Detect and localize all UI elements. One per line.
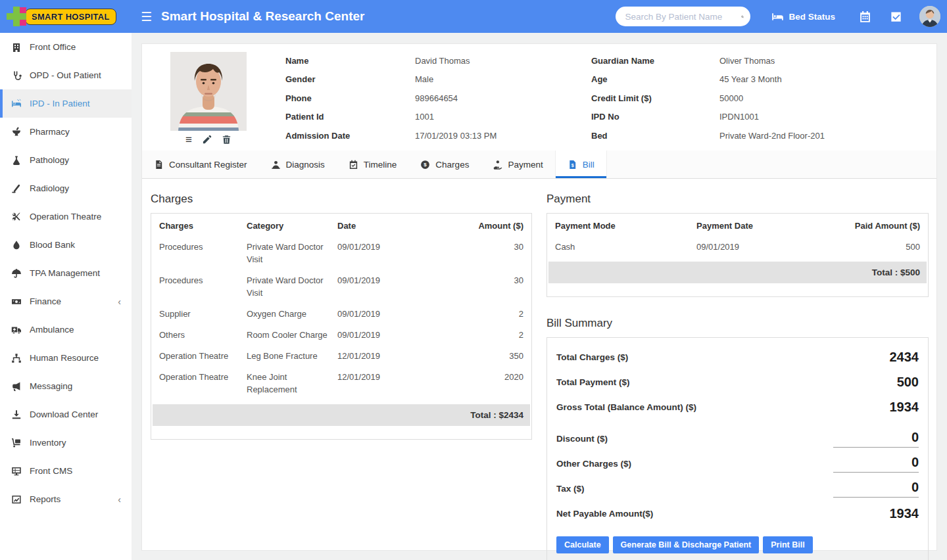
charges-table-header: Charges Category Date Amount ($) (151, 214, 531, 235)
tab-label: Charges (435, 160, 469, 170)
table-row: Supplier Oxygen Charge 09/01/2019 2 (151, 302, 531, 323)
field-value: 17/01/2019 03:13 PM (415, 131, 497, 141)
app-logo[interactable]: SMART HOSPITAL (0, 0, 132, 33)
sidebar-item-radiology[interactable]: Radiology (0, 174, 132, 202)
sidebar-item-ambulance[interactable]: Ambulance (0, 315, 132, 344)
tab-payment[interactable]: Payment (481, 151, 554, 178)
tab-bill[interactable]: $ Bill (555, 151, 607, 178)
tax-input[interactable]: 0 (833, 480, 919, 498)
download-icon (11, 409, 22, 420)
sidebar-item-opd[interactable]: OPD - Out Patient (0, 61, 132, 89)
summary-label: Tax ($) (556, 484, 833, 494)
edit-icon[interactable] (202, 135, 212, 145)
mortar-pestle-icon (11, 127, 22, 137)
dollar-circle-icon: $ (420, 160, 430, 170)
field-label: IPD No (591, 112, 719, 122)
cell-charge: Others (159, 329, 247, 341)
logo-text: SMART HOSPITAL (25, 9, 116, 25)
tab-consultant-register[interactable]: Consultant Register (142, 151, 259, 178)
sidebar-item-download-center[interactable]: Download Center (0, 400, 132, 429)
tasks-check-icon[interactable] (890, 11, 902, 23)
charges-title: Charges (151, 193, 532, 206)
cell-charge: Supplier (159, 308, 247, 320)
sidebar-item-human-resource[interactable]: Human Resource (0, 344, 132, 372)
patient-tabs: Consultant Register Diagnosis Timeline $… (142, 151, 936, 179)
cell-date: 09/01/2019 (696, 241, 815, 253)
monitor-icon (11, 466, 22, 477)
chevron-left-icon: ‹ (118, 494, 132, 505)
sidebar-item-front-cms[interactable]: Front CMS (0, 457, 132, 485)
cell-date: 12/01/2019 (337, 350, 416, 362)
sidebar-item-label: Ambulance (30, 325, 74, 335)
field-value: Oliver Thomas (719, 56, 775, 66)
tab-charges[interactable]: $ Charges (408, 151, 481, 178)
cell-date: 12/01/2019 (337, 371, 416, 396)
user-avatar[interactable] (919, 6, 940, 27)
search-input[interactable] (625, 12, 741, 22)
print-bill-button[interactable]: Print Bill (763, 536, 812, 553)
sidebar-item-label: Finance (30, 296, 61, 306)
bill-summary: Total Charges ($) 2434 Total Payment ($)… (546, 337, 929, 560)
tab-timeline[interactable]: Timeline (337, 151, 409, 178)
field-label: Gender (285, 74, 415, 84)
summary-label: Discount ($) (556, 434, 833, 444)
test-tube-icon (11, 183, 22, 194)
tab-diagnosis[interactable]: Diagnosis (259, 151, 337, 178)
sidebar-item-ipd[interactable]: IPD - In Patient (0, 89, 132, 118)
summary-label: Total Charges ($) (556, 352, 890, 362)
column-header: Amount ($) (416, 221, 523, 231)
field-value: IPDN1001 (719, 112, 759, 122)
top-header: SMART HOSPITAL ☰ Smart Hospital & Resear… (0, 0, 947, 33)
sidebar-item-pathology[interactable]: Pathology (0, 146, 132, 174)
tab-label: Bill (583, 160, 595, 170)
sidebar-item-pharmacy[interactable]: Pharmacy (0, 118, 132, 146)
calendar-icon[interactable] (859, 11, 871, 23)
cell-amount: 350 (416, 350, 523, 362)
field-label: Patient Id (285, 112, 415, 122)
sidebar-item-label: Pharmacy (30, 127, 70, 137)
bed-status-label: Bed Status (789, 12, 835, 22)
calculate-button[interactable]: Calculate (556, 536, 609, 553)
sidebar-item-label: Radiology (30, 183, 69, 193)
sidebar-item-tpa-management[interactable]: TPA Management (0, 259, 132, 287)
bed-icon (771, 11, 784, 23)
cell-charge: Procedures (159, 241, 247, 266)
payment-table: Payment Mode Payment Date Paid Amount ($… (546, 213, 929, 297)
sidebar-item-inventory[interactable]: Inventory (0, 429, 132, 457)
sidebar-item-label: Pathology (30, 155, 69, 165)
sidebar-item-label: Front Office (30, 42, 76, 52)
cell-category: Private Ward Doctor Visit (247, 241, 337, 266)
sidebar-item-reports[interactable]: Reports ‹ (0, 485, 132, 513)
summary-value: 2434 (890, 350, 919, 365)
field-label: Bed (591, 131, 719, 141)
summary-row: Net Payable Amount($) 1934 (556, 501, 919, 526)
cell-amount: 30 (416, 274, 523, 299)
field-label: Name (285, 56, 415, 66)
hamburger-menu-icon[interactable]: ☰ (141, 11, 152, 23)
patient-photo (170, 52, 247, 131)
sidebar-item-finance[interactable]: Finance ‹ (0, 287, 132, 315)
cell-date: 09/01/2019 (337, 241, 416, 266)
sidebar-item-operation-theatre[interactable]: Operation Theatre (0, 202, 132, 231)
table-row: Operation Theatre Leg Bone Fracture 12/0… (151, 344, 531, 365)
charges-table: Charges Category Date Amount ($) Procedu… (151, 213, 532, 440)
sidebar-item-front-office[interactable]: Front Office (0, 33, 132, 61)
sidebar-item-messaging[interactable]: Messaging (0, 372, 132, 400)
cell-category: Knee Joint Replacement (247, 371, 337, 396)
summary-row: Total Payment ($) 500 (556, 369, 919, 394)
sidebar-item-blood-bank[interactable]: Blood Bank (0, 231, 132, 259)
discount-input[interactable]: 0 (833, 430, 919, 448)
menu-icon[interactable]: ≡ (185, 135, 192, 145)
field-value: David Thomas (415, 56, 470, 66)
cell-amount: 500 (815, 241, 920, 253)
sidebar-item-label: Reports (30, 494, 61, 504)
column-header: Category (247, 221, 337, 231)
umbrella-icon (11, 268, 22, 279)
other-charges-input[interactable]: 0 (833, 455, 919, 473)
delete-icon[interactable] (222, 135, 231, 145)
chart-line-icon (11, 494, 22, 505)
bed-status-button[interactable]: Bed Status (771, 11, 835, 23)
payment-table-header: Payment Mode Payment Date Paid Amount ($… (547, 214, 928, 235)
search-icon[interactable] (741, 11, 744, 22)
generate-bill-discharge-button[interactable]: Generate Bill & Discharge Patient (613, 536, 760, 553)
